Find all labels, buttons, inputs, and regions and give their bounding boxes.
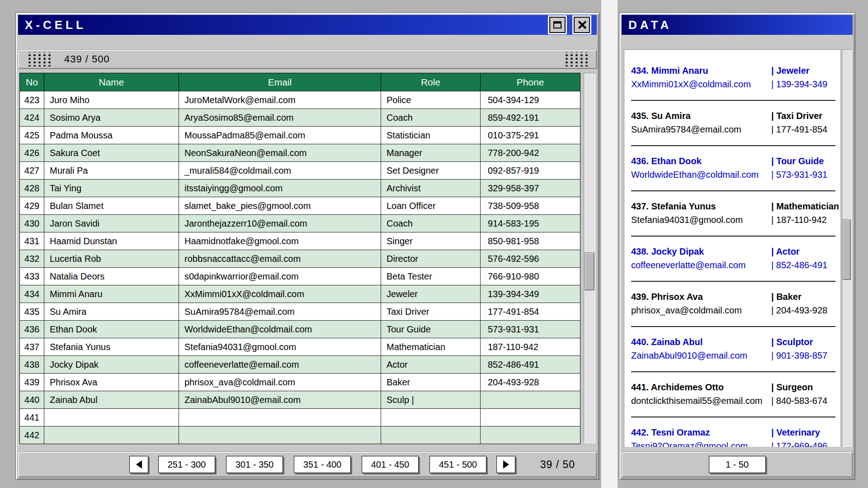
cell-role[interactable]: Mathematician bbox=[381, 338, 481, 355]
cell-phone[interactable]: 504-394-129 bbox=[481, 91, 580, 109]
data-titlebar[interactable]: DATA bbox=[622, 15, 853, 35]
cell-name[interactable]: Tai Ying bbox=[44, 179, 179, 197]
cell-email[interactable]: AryaSosimo85@email.com bbox=[179, 109, 381, 126]
prev-page-button[interactable] bbox=[129, 456, 148, 473]
cell-role[interactable]: Statistician bbox=[381, 126, 481, 144]
page-range-button[interactable]: 251 - 300 bbox=[158, 456, 215, 473]
cell-no[interactable]: 429 bbox=[20, 197, 44, 214]
next-page-button[interactable] bbox=[496, 456, 515, 473]
cell-email[interactable]: SuAmira95784@email.com bbox=[179, 303, 381, 320]
table-scrollbar-thumb[interactable] bbox=[585, 252, 594, 290]
close-button[interactable] bbox=[574, 17, 590, 33]
cell-no[interactable]: 441 bbox=[20, 408, 44, 426]
cell-no[interactable]: 428 bbox=[20, 179, 44, 197]
cell-no[interactable]: 424 bbox=[20, 109, 44, 126]
cell-no[interactable]: 427 bbox=[20, 161, 44, 179]
cell-phone[interactable] bbox=[481, 408, 580, 426]
cell-no[interactable]: 432 bbox=[20, 250, 44, 267]
cell-name[interactable]: Sakura Coet bbox=[44, 144, 179, 161]
cell-email[interactable]: s0dapinkwarrior@email.com bbox=[179, 267, 381, 285]
cell-email[interactable]: Stefania94031@gmool.com bbox=[179, 338, 381, 355]
cell-name[interactable]: Bulan Slamet bbox=[44, 197, 179, 214]
cell-email[interactable]: ZainabAbul9010@email.com bbox=[179, 391, 381, 408]
cell-phone[interactable]: 139-394-349 bbox=[481, 285, 580, 303]
cell-role[interactable]: Loan Officer bbox=[381, 197, 481, 214]
cell-phone[interactable]: 850-981-958 bbox=[481, 232, 580, 250]
cell-name[interactable]: Lucertia Rob bbox=[44, 250, 179, 267]
page-range-button[interactable]: 451 - 500 bbox=[429, 456, 486, 473]
cell-phone[interactable] bbox=[481, 391, 580, 408]
table-scrollbar[interactable] bbox=[584, 73, 595, 443]
drag-grid-icon[interactable] bbox=[26, 52, 52, 66]
cell-no[interactable]: 439 bbox=[20, 373, 44, 391]
data-scrollbar-thumb[interactable] bbox=[843, 219, 851, 280]
cell-no[interactable]: 430 bbox=[20, 214, 44, 232]
cell-name[interactable]: Jaron Savidi bbox=[44, 214, 179, 232]
cell-name[interactable] bbox=[44, 426, 179, 444]
cell-no[interactable]: 436 bbox=[20, 320, 44, 338]
cell-email[interactable]: WorldwideEthan@coldmail.com bbox=[179, 320, 381, 338]
drag-grid-icon[interactable] bbox=[563, 52, 589, 66]
cell-email[interactable] bbox=[179, 408, 381, 426]
cell-role[interactable]: Coach bbox=[381, 214, 481, 232]
cell-phone[interactable]: 177-491-854 bbox=[481, 303, 580, 320]
cell-email[interactable] bbox=[179, 426, 381, 444]
cell-email[interactable]: phrisox_ava@coldmail.com bbox=[179, 373, 381, 391]
cell-no[interactable]: 425 bbox=[20, 126, 44, 144]
cell-role[interactable]: Singer bbox=[381, 232, 481, 250]
cell-role[interactable]: Baker bbox=[381, 373, 481, 391]
cell-email[interactable]: robbsnaccattacc@email.com bbox=[179, 250, 381, 267]
cell-phone[interactable]: 576-492-596 bbox=[481, 250, 580, 267]
cell-role[interactable]: Actor bbox=[381, 355, 481, 373]
cell-no[interactable]: 440 bbox=[20, 391, 44, 408]
cell-role[interactable]: Manager bbox=[381, 144, 481, 161]
cell-role[interactable] bbox=[381, 408, 481, 426]
cell-phone[interactable]: 573-931-931 bbox=[481, 320, 580, 338]
cell-email[interactable]: JuroMetalWork@email.com bbox=[179, 91, 381, 109]
cell-no[interactable]: 434 bbox=[20, 285, 44, 303]
cell-name[interactable]: Padma Moussa bbox=[44, 126, 179, 144]
cell-no[interactable]: 433 bbox=[20, 267, 44, 285]
cell-role[interactable]: Set Designer bbox=[381, 161, 481, 179]
cell-name[interactable]: Zainab Abul bbox=[44, 391, 179, 408]
maximize-button[interactable] bbox=[549, 17, 566, 33]
cell-name[interactable]: Sosimo Arya bbox=[44, 109, 179, 126]
cell-email[interactable]: slamet_bake_pies@gmool.com bbox=[179, 197, 381, 214]
page-range-button[interactable]: 301 - 350 bbox=[226, 456, 283, 473]
cell-phone[interactable]: 852-486-491 bbox=[481, 355, 580, 373]
cell-email[interactable]: coffeeneverlatte@email.com bbox=[179, 355, 381, 373]
cell-name[interactable]: Haamid Dunstan bbox=[44, 232, 179, 250]
cell-phone[interactable]: 859-492-191 bbox=[481, 109, 580, 126]
data-range-button[interactable]: 1 - 50 bbox=[709, 456, 766, 473]
page-range-button[interactable]: 401 - 450 bbox=[362, 456, 419, 473]
cell-phone[interactable]: 187-110-942 bbox=[481, 338, 580, 355]
cell-role[interactable]: Coach bbox=[381, 109, 481, 126]
cell-phone[interactable]: 914-583-195 bbox=[481, 214, 580, 232]
cell-email[interactable]: MoussaPadma85@email.com bbox=[179, 126, 381, 144]
cell-phone[interactable]: 204-493-928 bbox=[481, 373, 580, 391]
cell-name[interactable]: Jocky Dipak bbox=[44, 355, 179, 373]
cell-phone[interactable]: 092-857-919 bbox=[481, 161, 580, 179]
cell-no[interactable]: 438 bbox=[20, 355, 44, 373]
cell-role[interactable]: Sculp | bbox=[381, 391, 481, 408]
cell-phone[interactable] bbox=[481, 426, 580, 444]
cell-role[interactable]: Director bbox=[381, 250, 481, 267]
cell-name[interactable]: Su Amira bbox=[44, 303, 179, 320]
cell-phone[interactable]: 766-910-980 bbox=[481, 267, 580, 285]
cell-phone[interactable]: 778-200-942 bbox=[481, 144, 580, 161]
cell-email[interactable]: Haamidnotfake@gmool.com bbox=[179, 232, 381, 250]
cell-name[interactable]: Mimmi Anaru bbox=[44, 285, 179, 303]
cell-role[interactable]: Jeweler bbox=[381, 285, 481, 303]
cell-name[interactable]: Juro Miho bbox=[44, 91, 179, 109]
cell-phone[interactable]: 329-958-397 bbox=[481, 179, 580, 197]
cell-role[interactable] bbox=[381, 426, 481, 444]
cell-name[interactable]: Phrisox Ava bbox=[44, 373, 179, 391]
cell-name[interactable]: Natalia Deors bbox=[44, 267, 179, 285]
xcell-titlebar[interactable]: X-CELL bbox=[18, 15, 597, 35]
cell-role[interactable]: Beta Tester bbox=[381, 267, 481, 285]
cell-role[interactable]: Police bbox=[381, 91, 481, 109]
cell-email[interactable]: NeonSakuraNeon@email.com bbox=[179, 144, 381, 161]
cell-phone[interactable]: 738-509-958 bbox=[481, 197, 580, 214]
cell-no[interactable]: 435 bbox=[20, 303, 44, 320]
cell-email[interactable]: _murali584@coldmail.com bbox=[179, 161, 381, 179]
